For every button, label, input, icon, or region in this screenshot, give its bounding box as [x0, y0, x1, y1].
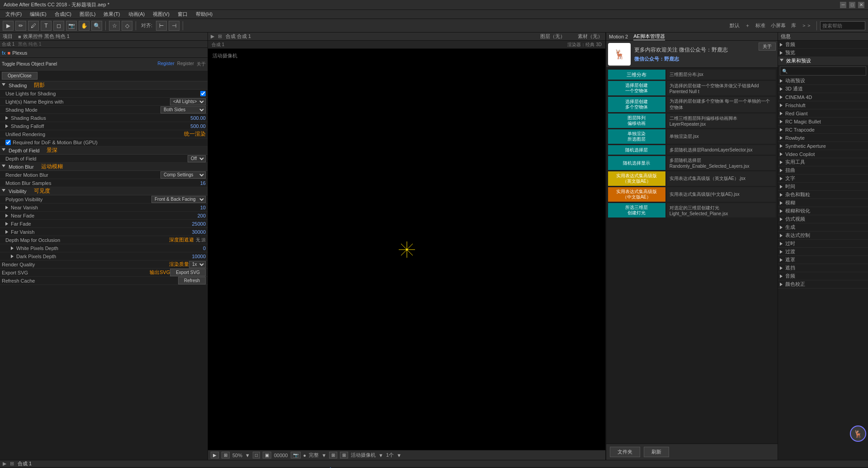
script-random-layer[interactable]: 随机选择层	[608, 145, 665, 155]
cat-generate[interactable]: 生成	[778, 223, 868, 232]
workspace-library[interactable]: 库	[789, 22, 798, 29]
register-link2[interactable]: Register	[177, 61, 194, 67]
cat-synthetic[interactable]: Synthetic Aperture	[778, 142, 868, 150]
script-random-show[interactable]: 随机选择显示	[608, 156, 665, 170]
cat-red-giant[interactable]: Red Giant	[778, 109, 868, 118]
cat-blur[interactable]: 模糊	[778, 199, 868, 207]
cat-time[interactable]: 时间	[778, 183, 868, 191]
motion2-tab[interactable]: Motion 2	[609, 34, 628, 39]
folder-button[interactable]: 文件夹	[610, 447, 640, 457]
toolbar-puppet[interactable]: ☆	[109, 21, 120, 31]
cat-color-correct[interactable]: 颜色校正	[778, 280, 868, 288]
far-fade-value[interactable]: 25000	[179, 221, 206, 227]
near-fade-value[interactable]: 200	[179, 213, 206, 218]
script-render-selected[interactable]: 单独渲染所选图层	[608, 129, 665, 144]
menu-view[interactable]: 视图(V)	[149, 10, 173, 19]
cat-video-copilot[interactable]: Video Copilot	[778, 150, 868, 158]
export-svg-button[interactable]: Export SVG	[170, 269, 206, 276]
toolbar-select[interactable]: ▶	[3, 21, 14, 31]
far-vanish-value[interactable]: 30000	[179, 229, 206, 235]
cat-audio[interactable]: 音频	[778, 272, 868, 280]
toolbar-pen[interactable]: ✏	[15, 21, 26, 31]
polygon-vis-select[interactable]: Front & Back Facing	[151, 196, 206, 203]
quality-label[interactable]: 完整	[309, 452, 319, 459]
tl-comp-tab[interactable]: 合成 1	[18, 460, 32, 467]
script-expr-en[interactable]: 实用表达式集高级版（英文版AE）	[608, 171, 665, 186]
script-null-multi[interactable]: 选择层创建多个空物体	[608, 97, 665, 112]
register-link[interactable]: Register	[158, 61, 175, 67]
minimize-button[interactable]: ─	[840, 2, 846, 8]
script-null-one[interactable]: 选择层创建一个空物体	[608, 81, 665, 95]
mb-samples-value[interactable]: 16	[179, 180, 206, 186]
toolbar-camera[interactable]: 📷	[66, 21, 77, 31]
cat-mask[interactable]: 遮挡	[778, 264, 868, 272]
cat-blur-sharp[interactable]: 模糊和锐化	[778, 207, 868, 215]
about-link[interactable]: 关于	[197, 61, 206, 67]
menu-window[interactable]: 窗口	[174, 10, 191, 19]
cat-expr-ctrl[interactable]: 表达式控制	[778, 232, 868, 240]
preview-btn[interactable]: ⊞	[222, 452, 230, 459]
workspace-standard[interactable]: 标准	[754, 22, 767, 29]
about-button[interactable]: 关于	[759, 43, 776, 51]
quick-preview-btn[interactable]: ⊞	[340, 452, 348, 459]
script-create-light[interactable]: 所选三维层创建灯光	[608, 203, 665, 217]
shading-section[interactable]: Shading 阴影	[0, 81, 208, 90]
cat-matte[interactable]: 遮罩	[778, 256, 868, 264]
menu-composition[interactable]: 合成(C)	[51, 10, 75, 19]
effect-checkbox[interactable]: ■	[8, 50, 11, 56]
audio-row[interactable]: 音频	[778, 41, 868, 49]
cat-text[interactable]: 文字	[778, 175, 868, 183]
script-layer-array[interactable]: 图层阵列偏移动画	[608, 113, 665, 128]
search-input[interactable]	[820, 21, 865, 30]
dof-checkbox[interactable]	[5, 140, 11, 145]
close-button[interactable]: ✕	[858, 2, 864, 8]
align-left[interactable]: ⊢	[156, 21, 167, 31]
viewer-comp-tab[interactable]: 合成 合成 1	[226, 33, 251, 40]
workspace-small[interactable]: 小屏幕	[769, 22, 788, 29]
comp-name-tab[interactable]: 合成 1	[212, 42, 224, 48]
motion-blur-section[interactable]: Motion Blur 运动模糊	[0, 163, 208, 171]
script-refresh-button[interactable]: 刷新	[644, 447, 669, 457]
cat-stylize[interactable]: 仿式视频	[778, 215, 868, 223]
cat-rowbyte[interactable]: Rowbyte	[778, 134, 868, 142]
cat-distort[interactable]: 扭曲	[778, 166, 868, 175]
cat-3d[interactable]: 3D 通道	[778, 85, 868, 93]
menu-edit[interactable]: 编辑(E)	[26, 10, 50, 19]
shading-falloff-value[interactable]: 500.00	[179, 123, 206, 129]
dof-section[interactable]: Depth of Field 景深	[0, 147, 208, 155]
guide-btn[interactable]: ▣	[263, 452, 271, 459]
light-name-select[interactable]: <All Lights>	[170, 98, 206, 105]
maximize-button[interactable]: □	[849, 2, 855, 8]
shading-radius-value[interactable]: 500.00	[179, 115, 206, 121]
camera-dropdown[interactable]: 活动摄像机	[351, 452, 376, 459]
shading-mode-select[interactable]: Both Sides	[160, 106, 206, 113]
workspace-default[interactable]: 默认	[728, 22, 741, 29]
toolbar-mask[interactable]: ◇	[122, 21, 132, 31]
dof-select[interactable]: Off	[188, 155, 206, 162]
toggle-panel-btn[interactable]: ▶	[211, 452, 219, 459]
workspace-plus[interactable]: ＋	[743, 22, 752, 29]
menu-animation[interactable]: 动画(A)	[125, 10, 149, 19]
white-pixels-value[interactable]: 0	[179, 246, 206, 251]
cat-transition[interactable]: 过渡	[778, 248, 868, 256]
workspace-more[interactable]: ＞＞	[800, 22, 813, 29]
script-expr-cn[interactable]: 实用表达式集高级版（中文版AE）	[608, 187, 665, 202]
cat-animation-presets[interactable]: 动画预设	[778, 77, 868, 85]
view-count[interactable]: 1个	[386, 452, 394, 459]
cat-utility[interactable]: 实用工具	[778, 158, 868, 166]
resolution-btn[interactable]: □	[253, 452, 260, 459]
near-vanish-value[interactable]: 10	[179, 205, 206, 210]
cat-noise[interactable]: 杂色和颗粒	[778, 191, 868, 199]
toolbar-text[interactable]: T	[41, 21, 52, 31]
menu-help[interactable]: 帮助(H)	[192, 10, 216, 19]
cat-cinema4d[interactable]: CINEMA 4D	[778, 93, 868, 101]
toolbar-shape[interactable]: ◻	[53, 21, 64, 31]
toolbar-brush[interactable]: 🖊	[28, 21, 39, 31]
menu-effects[interactable]: 效果(T)	[100, 10, 123, 19]
dark-pixels-value[interactable]: 10000	[179, 254, 206, 259]
zoom-value[interactable]: 50%	[232, 453, 242, 458]
refresh-button[interactable]: Refresh	[178, 277, 206, 284]
effects-presets-row[interactable]: 效果和预设	[778, 57, 868, 65]
cat-frischluft[interactable]: Frischluft	[778, 101, 868, 109]
grid-btn[interactable]: ⊞	[329, 452, 337, 459]
